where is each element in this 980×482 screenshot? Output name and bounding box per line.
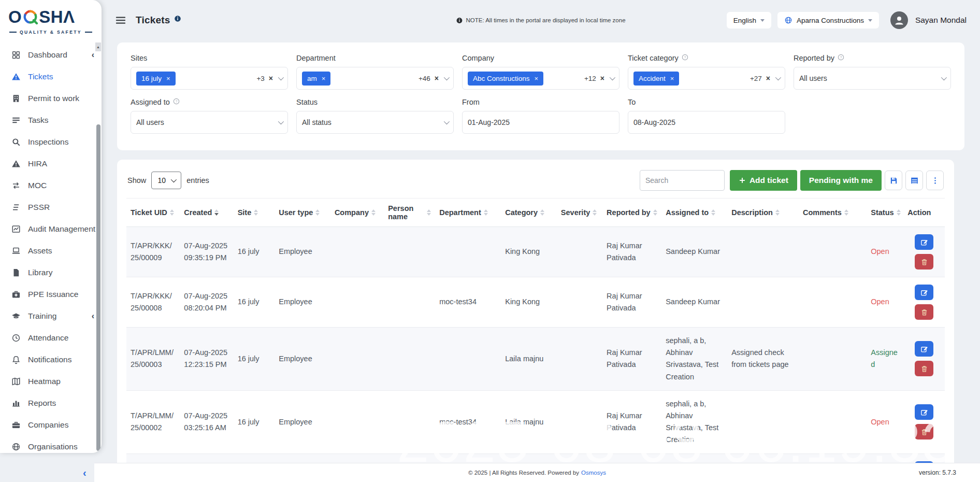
reported-by-select[interactable]: All users	[794, 67, 951, 90]
delete-ticket-button[interactable]	[915, 424, 933, 440]
column-header-site[interactable]: Site	[234, 199, 275, 227]
edit-ticket-button[interactable]	[915, 285, 933, 300]
column-header-description[interactable]: Description	[727, 199, 799, 227]
info-icon[interactable]	[174, 15, 181, 22]
sort-icon	[844, 209, 848, 216]
column-header-severity[interactable]: Severity	[557, 199, 602, 227]
column-header-ticket-uid[interactable]: Ticket UID	[126, 199, 180, 227]
cell-company	[330, 390, 384, 453]
sidebar-item-audit-management[interactable]: Audit Management	[0, 218, 102, 240]
sidebar-item-tickets[interactable]: Tickets	[0, 66, 102, 88]
user-name[interactable]: Sayan Mondal	[915, 16, 967, 25]
sidebar-item-reports[interactable]: Reports	[0, 392, 102, 414]
sidebar-scrollbar[interactable]	[96, 124, 100, 451]
sort-icon	[897, 209, 901, 216]
sidebar-item-tasks[interactable]: Tasks	[0, 109, 102, 131]
sidebar-item-assets[interactable]: Assets	[0, 240, 102, 262]
file-icon	[11, 268, 21, 277]
status-label: Status	[296, 98, 318, 106]
sidebar-item-permit-to-work[interactable]: Permit to work	[0, 88, 102, 109]
sidebar-item-training[interactable]: Training‹	[0, 305, 102, 327]
department-chip[interactable]: am×	[302, 72, 330, 86]
sites-multiselect[interactable]: 16 july× +3×	[131, 67, 288, 90]
column-header-user-type[interactable]: User type	[275, 199, 330, 227]
company-chip[interactable]: Abc Constructions×	[468, 72, 543, 86]
chip-remove-icon[interactable]: ×	[322, 75, 326, 82]
column-label: User type	[279, 208, 313, 217]
more-options-button[interactable]	[926, 171, 944, 190]
add-ticket-button[interactable]: Add ticket	[730, 170, 797, 191]
column-header-company[interactable]: Company	[330, 199, 384, 227]
search-input[interactable]	[640, 170, 725, 191]
brand-tagline: QUALITY & SAFETY	[9, 30, 97, 35]
sites-chip[interactable]: 16 july×	[136, 72, 176, 86]
columns-view-button[interactable]	[905, 171, 923, 190]
column-header-comments[interactable]: Comments	[799, 199, 867, 227]
chip-remove-icon[interactable]: ×	[535, 75, 539, 82]
table-body: T/APR/KKK/25/0000907-Aug-2025 09:35:19 P…	[126, 227, 945, 482]
menu-icon[interactable]	[115, 15, 126, 26]
cell-department	[435, 227, 501, 277]
company-multiselect[interactable]: Abc Constructions× +12×	[462, 67, 619, 90]
category-more-count: +27	[750, 75, 762, 82]
column-header-category[interactable]: Category	[501, 199, 557, 227]
language-selector[interactable]: English	[727, 12, 771, 29]
page-size-select[interactable]: 10	[151, 172, 181, 189]
clear-icon[interactable]: ×	[435, 74, 439, 82]
tickets-table: Ticket UIDCreatedSiteUser typeCompanyPer…	[126, 198, 945, 482]
osmosys-link[interactable]: Osmosys	[581, 470, 606, 476]
sidebar-item-pssr[interactable]: PSSR	[0, 196, 102, 218]
edit-ticket-button[interactable]	[915, 404, 933, 420]
sidebar-item-hira[interactable]: HIRA	[0, 153, 102, 175]
delete-ticket-button[interactable]	[915, 361, 933, 376]
sidebar-collapse-button[interactable]: ‹	[83, 467, 87, 478]
column-header-status[interactable]: Status	[867, 199, 903, 227]
category-multiselect[interactable]: Accident× +27×	[628, 67, 785, 90]
user-avatar[interactable]	[890, 11, 908, 29]
edit-ticket-button[interactable]	[915, 234, 933, 250]
category-chip[interactable]: Accident×	[633, 72, 679, 86]
assigned-to-select[interactable]: All users	[131, 111, 288, 134]
sidebar-item-inspections[interactable]: Inspections	[0, 131, 102, 153]
status-value: All status	[302, 118, 332, 126]
clear-icon[interactable]: ×	[766, 74, 770, 82]
column-header-department[interactable]: Department	[435, 199, 501, 227]
status-select[interactable]: All status	[296, 111, 454, 134]
to-date-input[interactable]: 08-Aug-2025	[628, 111, 785, 134]
plus-icon	[739, 177, 746, 184]
cell-reported-by: Raj Kumar Pativada	[602, 390, 661, 453]
clear-icon[interactable]: ×	[600, 74, 604, 82]
chip-remove-icon[interactable]: ×	[670, 75, 674, 82]
column-header-reported-by[interactable]: Reported by	[602, 199, 661, 227]
department-multiselect[interactable]: am× +46×	[296, 67, 454, 90]
column-header-assigned-to[interactable]: Assigned to	[661, 199, 727, 227]
sidebar-item-organisations[interactable]: Organisations	[0, 436, 102, 453]
sidebar-item-label: Library	[28, 268, 52, 277]
cell-category: Laila majnu	[501, 390, 557, 453]
sidebar-item-notifications[interactable]: Notifications	[0, 349, 102, 371]
chip-remove-icon[interactable]: ×	[166, 75, 170, 82]
sidebar-item-label: Audit Management	[28, 224, 95, 234]
sidebar-item-label: Permit to work	[28, 94, 79, 103]
help-icon[interactable]: ?	[682, 54, 688, 61]
help-icon[interactable]: ?	[838, 54, 844, 61]
sidebar-item-library[interactable]: Library	[0, 262, 102, 283]
pending-with-me-button[interactable]: Pending with me	[800, 170, 882, 191]
clear-icon[interactable]: ×	[269, 74, 273, 82]
delete-ticket-button[interactable]	[915, 304, 933, 320]
sidebar-item-heatmap[interactable]: Heatmap	[0, 371, 102, 392]
organisation-selector[interactable]: Aparna Constructions	[777, 12, 879, 29]
sidebar-item-attendance[interactable]: Attendance	[0, 327, 102, 349]
help-icon[interactable]: ?	[173, 98, 180, 105]
from-date-input[interactable]: 01-Aug-2025	[462, 111, 619, 134]
sidebar-item-companies[interactable]: Companies	[0, 414, 102, 436]
sidebar-item-dashboard[interactable]: Dashboard‹	[0, 44, 102, 66]
edit-ticket-button[interactable]	[915, 341, 933, 357]
column-header-person-name[interactable]: Person name	[384, 199, 435, 227]
delete-ticket-button[interactable]	[915, 254, 933, 270]
export-save-button[interactable]	[885, 171, 902, 190]
scrollbar-up-arrow[interactable]: ▲	[95, 42, 101, 51]
column-header-created[interactable]: Created	[180, 199, 233, 227]
sidebar-item-ppe-issuance[interactable]: PPE Issuance	[0, 283, 102, 305]
sidebar-item-moc[interactable]: MOC	[0, 175, 102, 196]
